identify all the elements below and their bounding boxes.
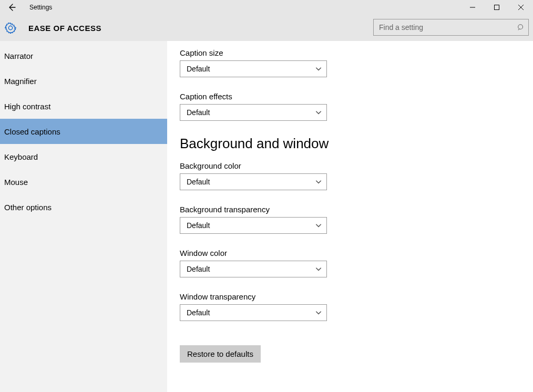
- select-value: Default: [187, 221, 210, 230]
- sidebar-item-label: Closed captions: [4, 127, 60, 136]
- back-arrow-icon: [7, 3, 16, 12]
- window-transparency-select[interactable]: Default: [180, 304, 327, 321]
- body: Narrator Magnifier High contrast Closed …: [0, 41, 533, 392]
- section-heading: Background and window: [180, 136, 533, 152]
- select-value: Default: [187, 265, 210, 273]
- caption-effects-select[interactable]: Default: [180, 104, 327, 121]
- minimize-button[interactable]: [460, 0, 485, 15]
- title-bar: Settings: [0, 0, 533, 15]
- svg-rect-0: [495, 5, 499, 10]
- background-color-select[interactable]: Default: [180, 173, 327, 190]
- sidebar-item-high-contrast[interactable]: High contrast: [0, 94, 167, 119]
- field-label: Caption size: [180, 48, 533, 57]
- field-label: Caption effects: [180, 92, 533, 101]
- select-value: Default: [187, 178, 210, 186]
- chevron-down-icon: [315, 265, 322, 273]
- minimize-icon: [470, 5, 475, 10]
- search-input[interactable]: [373, 19, 529, 36]
- chevron-down-icon: [315, 178, 322, 185]
- select-value: Default: [187, 108, 210, 117]
- field-label: Window transparency: [180, 292, 533, 301]
- close-icon: [518, 5, 524, 10]
- chevron-down-icon: [315, 109, 322, 116]
- field-caption-size: Caption size Default: [180, 48, 533, 77]
- window-title: Settings: [29, 4, 52, 11]
- page-title: EASE OF ACCESS: [28, 24, 101, 33]
- sidebar-item-label: Keyboard: [4, 152, 38, 161]
- sidebar-item-narrator[interactable]: Narrator: [0, 43, 167, 68]
- sidebar: Narrator Magnifier High contrast Closed …: [0, 41, 167, 392]
- content-area: Caption size Default Caption effects Def…: [167, 41, 533, 392]
- sidebar-item-label: Magnifier: [4, 77, 37, 86]
- chevron-down-icon: [315, 222, 322, 229]
- field-window-color: Window color Default: [180, 249, 533, 277]
- button-label: Restore to defaults: [187, 349, 253, 358]
- window-controls: [460, 0, 533, 15]
- close-button[interactable]: [509, 0, 533, 15]
- sidebar-item-other-options[interactable]: Other options: [0, 194, 167, 220]
- background-transparency-select[interactable]: Default: [180, 217, 327, 234]
- sidebar-item-magnifier[interactable]: Magnifier: [0, 68, 167, 94]
- maximize-icon: [494, 5, 499, 10]
- chevron-down-icon: [315, 65, 322, 73]
- field-background-transparency: Background transparency Default: [180, 205, 533, 234]
- sidebar-item-label: High contrast: [4, 102, 50, 111]
- field-background-color: Background color Default: [180, 161, 533, 190]
- maximize-button[interactable]: [485, 0, 509, 15]
- sidebar-item-label: Narrator: [4, 51, 33, 60]
- field-label: Background color: [180, 161, 533, 170]
- chevron-down-icon: [315, 309, 322, 316]
- page-header: EASE OF ACCESS: [0, 15, 533, 41]
- field-window-transparency: Window transparency Default: [180, 292, 533, 321]
- back-button[interactable]: [4, 0, 19, 15]
- caption-size-select[interactable]: Default: [180, 60, 327, 77]
- field-label: Window color: [180, 249, 533, 257]
- select-value: Default: [187, 65, 210, 73]
- window-color-select[interactable]: Default: [180, 261, 327, 277]
- sidebar-item-closed-captions[interactable]: Closed captions: [0, 119, 167, 144]
- field-label: Background transparency: [180, 205, 533, 214]
- settings-gear-icon: [4, 22, 17, 34]
- sidebar-item-mouse[interactable]: Mouse: [0, 169, 167, 194]
- search-container: [373, 19, 529, 36]
- sidebar-item-keyboard[interactable]: Keyboard: [0, 144, 167, 169]
- sidebar-item-label: Mouse: [4, 178, 28, 187]
- restore-defaults-button[interactable]: Restore to defaults: [180, 345, 261, 363]
- sidebar-item-label: Other options: [4, 203, 52, 212]
- select-value: Default: [187, 308, 210, 317]
- field-caption-effects: Caption effects Default: [180, 92, 533, 121]
